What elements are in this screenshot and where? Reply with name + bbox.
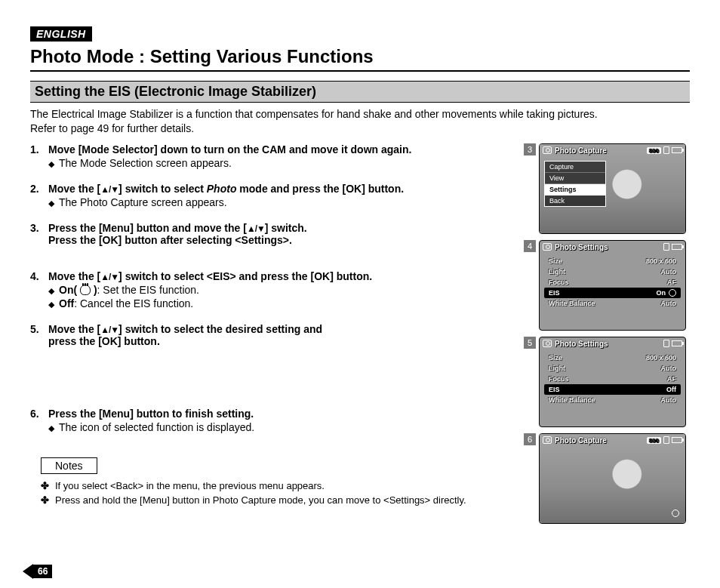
step-1-bullet: ◆ The Mode Selection screen appears. [48, 157, 513, 169]
up-down-icon: ▲/▼ [247, 223, 265, 234]
battery-icon [672, 244, 682, 250]
menu-item-back: Back [545, 195, 605, 206]
note-2: ✤ Press and hold the [Menu] button in Ph… [41, 494, 513, 506]
step-5-line2: press the [OK] button. [48, 335, 513, 347]
up-down-icon: ▲/▼ [100, 184, 118, 195]
screenshot-4-settings: Size800 x 600 LightAuto FocusAF EISOn Wh… [544, 256, 681, 309]
setting-row-light: LightAuto [544, 266, 681, 277]
step-4-off-text: Cancel the EIS function. [77, 297, 193, 309]
step-4-off-label: Off [59, 297, 74, 309]
screenshot-3: 3 Photo Capture 800 Capture View Setting… [524, 143, 690, 234]
step-4-head: Move the [▲/▼] switch to select <EIS> an… [48, 270, 513, 282]
hand-icon [669, 289, 676, 297]
setting-row-wb: White BalanceAuto [544, 298, 681, 309]
battery-icon [672, 340, 682, 346]
screenshot-5-title: Photo Settings [555, 340, 608, 348]
screenshot-3-title: Photo Capture [555, 146, 607, 155]
step-2-head-italic: Photo [207, 183, 237, 195]
step-2-bullet-text: The Photo Capture screen appears. [59, 196, 227, 208]
note-2-text: Press and hold the [Menu] button in Phot… [55, 494, 466, 506]
step-1-bullet-text: The Mode Selection screen appears. [59, 157, 232, 169]
step-5-line1-post: ] switch to select the desired setting a… [118, 323, 322, 335]
step-1-number: 1. [30, 143, 48, 169]
step-1: 1. Move [Mode Selector] down to turn on … [30, 143, 513, 169]
camera-icon [543, 243, 552, 251]
screenshots-column: 3 Photo Capture 800 Capture View Setting… [524, 143, 690, 524]
screenshot-6-number: 6 [524, 433, 536, 445]
step-4-head-post: ] switch to select <EIS> and press the [… [118, 270, 372, 282]
step-4-number: 4. [30, 270, 48, 309]
note-1-text: If you select <Back> in the menu, the pr… [55, 480, 325, 491]
step-4-on-label: On( [59, 284, 80, 296]
diamond-icon: ◆ [48, 199, 54, 208]
intro-line-1: The Electrical Image Stabilizer is a fun… [30, 108, 598, 120]
screenshot-5-number: 5 [524, 337, 536, 349]
memory-card-icon [663, 340, 669, 347]
steps-column: 1. Move [Mode Selector] down to turn on … [30, 143, 513, 524]
step-3: 3. Press the [Menu] button and move the … [30, 222, 513, 246]
step-2-number: 2. [30, 183, 48, 208]
step-5-line1: Move the [▲/▼] switch to select the desi… [48, 323, 513, 335]
setting-row-size: Size800 x 600 [544, 352, 681, 363]
step-5-line1-pre: Move the [ [48, 323, 100, 335]
step-2-head: Move the [▲/▼] switch to select Photo mo… [48, 183, 513, 195]
screenshot-3-menu: Capture View Settings Back [544, 161, 606, 207]
resolution-badge: 800 [647, 147, 661, 154]
setting-row-wb: White BalanceAuto [544, 395, 681, 405]
screenshot-5: 5 Photo Settings Size800 x 600 LightAuto… [524, 337, 690, 427]
step-2-head-post: mode and press the [OK] button. [236, 183, 404, 195]
note-marker-icon: ✤ [41, 494, 49, 506]
step-2-head-mid: ] switch to select [118, 183, 207, 195]
step-3-line2: Press the [OK] button after selecting <S… [48, 234, 513, 246]
camera-icon [543, 340, 552, 347]
camera-icon [543, 436, 552, 444]
page-title: Photo Mode : Setting Various Functions [30, 46, 690, 72]
intro-paragraph: The Electrical Image Stabilizer is a fun… [30, 107, 690, 136]
notes-label-box: Notes [41, 457, 97, 474]
step-6-bullet: ◆ The icon of selected function is displ… [48, 421, 513, 433]
step-4-on-after: ) [91, 284, 97, 296]
setting-row-eis: EISOff [544, 384, 681, 395]
step-4-head-pre: Move the [ [48, 270, 100, 282]
step-6-number: 6. [30, 408, 48, 433]
menu-item-capture: Capture [545, 162, 605, 173]
setting-row-light: LightAuto [544, 363, 681, 374]
note-marker-icon: ✤ [41, 480, 49, 491]
setting-row-focus: FocusAF [544, 277, 681, 288]
page-number-value: 66 [33, 565, 52, 578]
diamond-icon: ◆ [48, 286, 54, 296]
step-2: 2. Move the [▲/▼] switch to select Photo… [30, 183, 513, 208]
screenshot-6-title: Photo Capture [555, 436, 607, 445]
hand-icon [80, 285, 91, 295]
setting-row-size: Size800 x 600 [544, 256, 681, 266]
screenshot-5-settings: Size800 x 600 LightAuto FocusAF EISOff W… [544, 352, 681, 405]
step-6: 6. Press the [Menu] button to finish set… [30, 408, 513, 433]
language-badge: ENGLISH [30, 26, 92, 42]
battery-icon [672, 437, 682, 443]
step-2-bullet: ◆ The Photo Capture screen appears. [48, 196, 513, 208]
resolution-badge: 800 [647, 437, 661, 444]
intro-line-2: Refer to page 49 for further details. [30, 122, 194, 134]
diamond-icon: ◆ [48, 300, 54, 309]
step-4-sub-on: ◆ On( ): Set the EIS function. [48, 284, 513, 296]
up-down-icon: ▲/▼ [100, 272, 118, 282]
memory-card-icon [663, 146, 669, 154]
menu-item-view: View [545, 173, 605, 184]
step-3-line1: Press the [Menu] button and move the [▲/… [48, 222, 513, 234]
step-6-bullet-text: The icon of selected function is display… [59, 421, 254, 433]
diamond-icon: ◆ [48, 159, 54, 169]
screenshot-6: 6 Photo Capture 800 [524, 433, 690, 524]
menu-item-settings: Settings [545, 184, 605, 195]
screenshot-4-title: Photo Settings [555, 243, 608, 251]
step-5: 5. Move the [▲/▼] switch to select the d… [30, 323, 513, 347]
section-title: Setting the EIS (Electronic Image Stabil… [30, 81, 690, 103]
step-4-sub-off: ◆ Off: Cancel the EIS function. [48, 297, 513, 309]
memory-card-icon [663, 243, 669, 251]
page-number: 66 [23, 564, 52, 579]
screenshot-3-number: 3 [524, 143, 536, 155]
note-1: ✤ If you select <Back> in the menu, the … [41, 480, 513, 491]
up-down-icon: ▲/▼ [100, 325, 118, 335]
step-3-line1-post: ] switch. [265, 222, 307, 234]
setting-row-eis: EISOn [544, 288, 681, 298]
step-2-head-pre: Move the [ [48, 183, 100, 195]
